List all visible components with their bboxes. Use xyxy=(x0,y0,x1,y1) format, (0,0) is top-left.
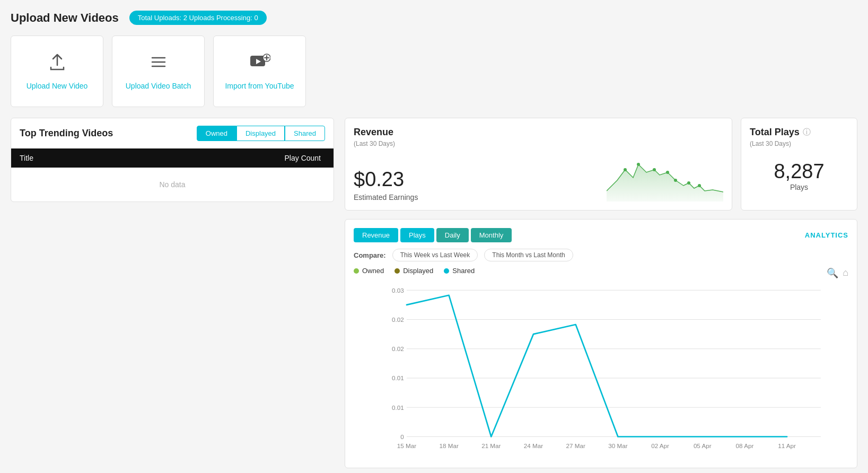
svg-point-11 xyxy=(653,168,656,171)
analytics-top-bar: Revenue Plays Daily Monthly ANALYTICS xyxy=(354,228,848,242)
upload-status-badge: Total Uploads: 2 Uploads Processing: 0 xyxy=(129,11,267,25)
svg-point-9 xyxy=(624,168,627,171)
svg-text:11 Apr: 11 Apr xyxy=(778,442,796,449)
legend-row: Owned Displayed Shared xyxy=(354,267,475,275)
svg-text:0: 0 xyxy=(400,433,404,440)
trending-tab-displayed[interactable]: Displayed xyxy=(236,126,285,141)
main-chart-container: 0.03 0.02 0.02 0.01 0.01 0 xyxy=(354,279,848,459)
left-panel: Top Trending Videos Owned Displayed Shar… xyxy=(11,118,334,468)
legend-actions-row: Owned Displayed Shared 🔍 ⌂ xyxy=(354,267,848,279)
svg-text:15 Mar: 15 Mar xyxy=(397,442,416,449)
legend-displayed: Displayed xyxy=(394,267,433,275)
svg-text:0.02: 0.02 xyxy=(392,316,404,323)
zoom-icon[interactable]: 🔍 xyxy=(827,267,838,279)
import-youtube-card[interactable]: Import from YouTube xyxy=(213,36,306,107)
svg-point-12 xyxy=(666,171,669,174)
analytics-tab-daily[interactable]: Daily xyxy=(436,228,469,242)
revenue-title: Revenue xyxy=(354,127,723,138)
revenue-content: $0.23 Estimated Earnings xyxy=(354,154,723,202)
legend-displayed-dot xyxy=(394,268,400,274)
compare-row: Compare: This Week vs Last Week This Mon… xyxy=(354,249,848,261)
svg-text:0.01: 0.01 xyxy=(392,374,404,381)
svg-text:27 Mar: 27 Mar xyxy=(566,442,585,449)
revenue-subtitle: (Last 30 Days) xyxy=(354,140,723,147)
trending-tabs: Owned Displayed Shared xyxy=(197,126,325,141)
batch-icon xyxy=(149,52,168,75)
content-row: Top Trending Videos Owned Displayed Shar… xyxy=(11,118,857,468)
import-youtube-label: Import from YouTube xyxy=(225,82,294,90)
youtube-icon xyxy=(249,52,270,75)
compare-week-button[interactable]: This Week vs Last Week xyxy=(392,249,478,261)
plays-title: Total Plays xyxy=(750,127,800,138)
legend-shared-label: Shared xyxy=(452,267,475,275)
svg-point-13 xyxy=(674,179,677,182)
svg-text:02 Apr: 02 Apr xyxy=(651,442,669,449)
legend-owned: Owned xyxy=(354,267,384,275)
trending-title: Top Trending Videos xyxy=(20,128,113,139)
upload-new-video-label: Upload New Video xyxy=(27,82,88,90)
col-play-header: Play Count xyxy=(285,154,325,162)
revenue-amount: $0.23 xyxy=(354,168,418,191)
svg-text:08 Apr: 08 Apr xyxy=(736,442,754,449)
upload-new-video-card[interactable]: Upload New Video xyxy=(11,36,103,107)
total-plays-card: Total Plays ⓘ (Last 30 Days) 8,287 Plays xyxy=(741,118,857,211)
right-panel: Revenue (Last 30 Days) $0.23 Estimated E… xyxy=(345,118,857,468)
compare-month-button[interactable]: This Month vs Last Month xyxy=(484,249,573,261)
svg-point-15 xyxy=(698,184,701,187)
plays-number: 8,287 xyxy=(774,160,824,183)
col-title-header: Title xyxy=(20,154,285,162)
svg-text:0.03: 0.03 xyxy=(392,287,404,294)
trending-section: Top Trending Videos Owned Displayed Shar… xyxy=(11,118,334,202)
legend-displayed-label: Displayed xyxy=(403,267,433,275)
upload-cards-container: Upload New Video Upload Video Batch xyxy=(11,36,857,107)
revenue-card: Revenue (Last 30 Days) $0.23 Estimated E… xyxy=(345,118,732,211)
analytics-tab-plays[interactable]: Plays xyxy=(400,228,434,242)
trending-table-header: Title Play Count xyxy=(11,148,334,168)
analytics-tab-revenue[interactable]: Revenue xyxy=(354,228,398,242)
plays-label: Plays xyxy=(790,183,808,191)
stats-row: Revenue (Last 30 Days) $0.23 Estimated E… xyxy=(345,118,857,211)
analytics-link[interactable]: ANALYTICS xyxy=(805,231,848,239)
plays-subtitle: (Last 30 Days) xyxy=(750,140,791,147)
chart-actions: 🔍 ⌂ xyxy=(827,267,848,279)
trending-table-body: No data xyxy=(11,168,334,202)
svg-text:0.01: 0.01 xyxy=(392,404,404,411)
plays-help-icon[interactable]: ⓘ xyxy=(803,127,811,137)
analytics-tab-monthly[interactable]: Monthly xyxy=(471,228,512,242)
svg-text:18 Mar: 18 Mar xyxy=(439,442,458,449)
svg-text:05 Apr: 05 Apr xyxy=(694,442,712,449)
trending-tab-shared[interactable]: Shared xyxy=(285,126,325,141)
svg-text:24 Mar: 24 Mar xyxy=(524,442,543,449)
legend-shared-dot xyxy=(444,268,449,274)
analytics-card: Revenue Plays Daily Monthly ANALYTICS Co… xyxy=(345,219,857,468)
upload-batch-label: Upload Video Batch xyxy=(126,82,191,90)
trending-no-data: No data xyxy=(11,168,334,202)
trending-tab-owned[interactable]: Owned xyxy=(197,126,236,141)
svg-text:0.02: 0.02 xyxy=(392,345,404,352)
svg-text:21 Mar: 21 Mar xyxy=(481,442,501,449)
upload-batch-card[interactable]: Upload Video Batch xyxy=(112,36,205,107)
svg-point-10 xyxy=(637,163,640,166)
upload-icon xyxy=(48,52,67,75)
legend-owned-dot xyxy=(354,268,359,274)
trending-table: Title Play Count No data xyxy=(11,148,334,202)
svg-text:30 Mar: 30 Mar xyxy=(608,442,627,449)
svg-point-14 xyxy=(687,181,690,185)
trending-header: Top Trending Videos Owned Displayed Shar… xyxy=(11,118,334,148)
legend-owned-label: Owned xyxy=(362,267,384,275)
page-title: Upload New Videos xyxy=(11,11,119,25)
revenue-label: Estimated Earnings xyxy=(354,193,418,202)
analytics-chart: 0.03 0.02 0.02 0.01 0.01 0 xyxy=(354,279,848,459)
home-icon[interactable]: ⌂ xyxy=(843,267,848,279)
compare-label: Compare: xyxy=(354,251,386,259)
analytics-tabs: Revenue Plays Daily Monthly xyxy=(354,228,512,242)
revenue-sparkline xyxy=(607,154,723,202)
legend-shared: Shared xyxy=(444,267,475,275)
